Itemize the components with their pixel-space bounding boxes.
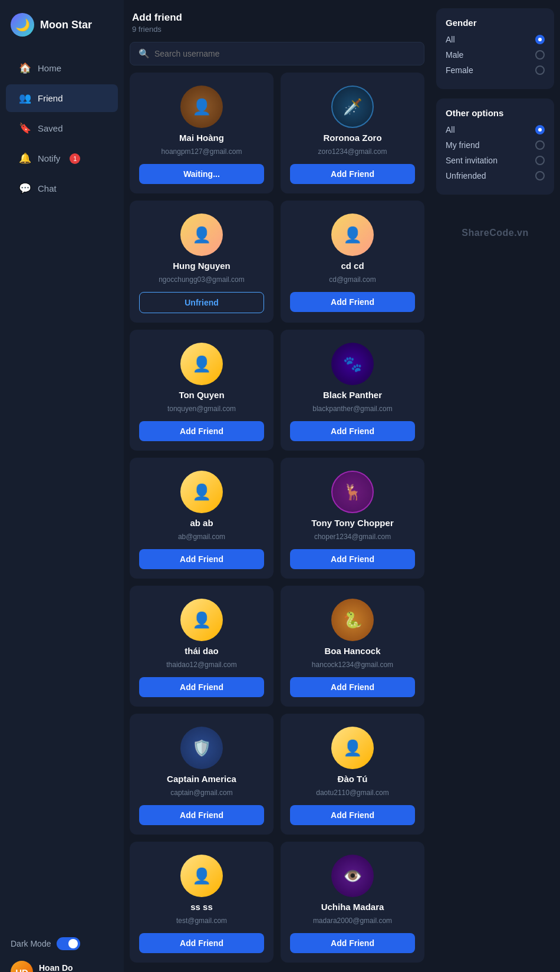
friend-name: Mai Hoàng xyxy=(179,133,224,143)
friend-name: Ton Quyen xyxy=(179,390,224,400)
friend-card: 👤 Hung Nguyen ngocchungg03@gmail.com Unf… xyxy=(130,201,274,323)
gender-female[interactable]: Female xyxy=(446,65,545,75)
toggle-knob xyxy=(68,939,78,948)
dark-mode-label: Dark Mode xyxy=(11,939,51,948)
avatar-icon: 👤 xyxy=(343,226,362,244)
nav-menu: 🏠 Home 👥 Friend 🔖 Saved 🔔 Notify 1 💬 Cha… xyxy=(0,53,124,203)
friend-name: Uchiha Madara xyxy=(321,902,384,912)
friend-email: madara2000@gmail.com xyxy=(313,917,392,925)
sidebar-item-label: Notify xyxy=(38,153,60,163)
avatar-icon: 👤 xyxy=(192,355,211,373)
unfriend-button[interactable]: Unfriend xyxy=(139,292,264,313)
friend-email: blackpanther@gmail.com xyxy=(312,405,393,413)
avatar-icon: 👤 xyxy=(192,867,211,885)
friend-card: 🐍 Boa Hancock hancock1234@gmail.com Add … xyxy=(281,586,424,707)
avatar-icon: 👤 xyxy=(192,611,211,629)
friend-name: Black Panther xyxy=(323,390,382,400)
friend-card: 🦌 Tony Tony Chopper choper1234@gmail.com… xyxy=(281,458,424,579)
friend-email: zoro1234@gmail.com xyxy=(318,147,387,156)
logo-title: Moon Star xyxy=(40,19,92,31)
gender-male[interactable]: Male xyxy=(446,50,545,60)
other-unfriended[interactable]: Unfriended xyxy=(446,171,545,180)
friend-name: Roronoa Zoro xyxy=(323,133,381,143)
friend-card: 👁️ Uchiha Madara madara2000@gmail.com Ad… xyxy=(281,842,424,963)
user-info: Hoan Do hoan@gmail.com xyxy=(39,963,98,972)
logo-icon: 🌙 xyxy=(11,13,34,37)
sidebar-bottom: Dark Mode HD Hoan Do hoan@gmail.com ··· xyxy=(0,927,124,972)
add-button[interactable]: Add Friend xyxy=(290,164,415,184)
friend-email: ngocchungg03@gmail.com xyxy=(159,275,245,284)
add-button[interactable]: Add Friend xyxy=(290,677,415,697)
avatar-icon: 🐍 xyxy=(343,611,362,629)
dark-mode-toggle[interactable] xyxy=(57,937,80,950)
friend-email: hancock1234@gmail.com xyxy=(312,661,393,669)
other-myfriend[interactable]: My friend xyxy=(446,140,545,150)
avatar-icon: 👤 xyxy=(192,483,211,501)
other-myfriend-label: My friend xyxy=(446,140,480,150)
add-button[interactable]: Add Friend xyxy=(290,292,415,312)
sidebar-item-chat[interactable]: 💬 Chat xyxy=(6,175,118,202)
gender-female-radio xyxy=(535,65,545,75)
add-button[interactable]: Add Friend xyxy=(139,677,264,697)
friend-card: 👤 ab ab ab@gmail.com Add Friend xyxy=(130,458,274,579)
add-button[interactable]: Add Friend xyxy=(139,933,264,953)
other-all-label: All xyxy=(446,125,455,134)
friend-email: thaidao12@gmail.com xyxy=(166,661,237,669)
avatar-icon: 👁️ xyxy=(343,867,362,885)
chat-icon: 💬 xyxy=(19,182,31,195)
gender-title: Gender xyxy=(446,18,545,28)
avatar: 🛡️ xyxy=(180,727,223,769)
sidebar-item-friend[interactable]: 👥 Friend xyxy=(6,84,118,112)
sidebar-item-home[interactable]: 🏠 Home xyxy=(6,54,118,82)
add-button[interactable]: Add Friend xyxy=(139,549,264,569)
add-button[interactable]: Add Friend xyxy=(290,421,415,441)
avatar: HD xyxy=(11,961,33,972)
gender-all-radio xyxy=(535,35,545,44)
add-button[interactable]: Add Friend xyxy=(290,549,415,569)
add-button[interactable]: Add Friend xyxy=(290,805,415,825)
friend-email: tonquyen@gmail.com xyxy=(167,405,236,413)
add-button[interactable]: Add Friend xyxy=(139,805,264,825)
friend-email: cd@gmail.com xyxy=(329,275,376,284)
friend-card: 👤 Đào Tú daotu2110@gmail.com Add Friend xyxy=(281,714,424,835)
add-button[interactable]: Add Friend xyxy=(139,421,264,441)
friend-card: 👤 cd cd cd@gmail.com Add Friend xyxy=(281,201,424,323)
waiting-button[interactable]: Waiting... xyxy=(139,164,264,184)
friend-card: 🐾 Black Panther blackpanther@gmail.com A… xyxy=(281,330,424,451)
friend-email: test@gmail.com xyxy=(176,917,227,925)
friend-card: 👤 Ton Quyen tonquyen@gmail.com Add Frien… xyxy=(130,330,274,451)
other-title: Other options xyxy=(446,108,545,118)
gender-filter-card: Gender All Male Female xyxy=(436,8,554,89)
panel-header: Add friend 9 friends xyxy=(130,6,424,37)
search-input[interactable] xyxy=(154,49,416,58)
friend-card: 👤 Mai Hoàng hoangpm127@gmail.com Waiting… xyxy=(130,73,274,193)
page-title: Add friend xyxy=(132,12,422,24)
sharecode-watermark: ShareCode.vn xyxy=(436,228,554,238)
friend-email: hoangpm127@gmail.com xyxy=(162,147,242,156)
sidebar-item-label: Home xyxy=(38,63,61,73)
dark-mode-row: Dark Mode xyxy=(11,937,113,950)
other-all[interactable]: All xyxy=(446,125,545,134)
gender-male-radio xyxy=(535,50,545,60)
add-button[interactable]: Add Friend xyxy=(290,933,415,953)
other-sent[interactable]: Sent invitation xyxy=(446,156,545,165)
gender-all[interactable]: All xyxy=(446,35,545,44)
friend-name: Đào Tú xyxy=(338,774,368,784)
sidebar-item-label: Friend xyxy=(38,93,63,103)
saved-icon: 🔖 xyxy=(19,122,31,134)
sidebar-item-notify[interactable]: 🔔 Notify 1 xyxy=(6,145,118,172)
friend-name: ss ss xyxy=(190,902,213,912)
friend-card: 🗡️ Roronoa Zoro zoro1234@gmail.com Add F… xyxy=(281,73,424,193)
friend-card: 👤 thái dao thaidao12@gmail.com Add Frien… xyxy=(130,586,274,707)
user-more-icon[interactable]: ··· xyxy=(104,966,113,973)
notify-badge: 1 xyxy=(70,153,80,164)
user-name: Hoan Do xyxy=(39,963,98,972)
friend-email: daotu2110@gmail.com xyxy=(316,789,389,797)
sidebar-logo: 🌙 Moon Star xyxy=(0,0,124,47)
friend-name: cd cd xyxy=(341,261,364,271)
avatar: 👤 xyxy=(331,214,374,256)
sidebar-item-saved[interactable]: 🔖 Saved xyxy=(6,114,118,142)
sidebar-item-label: Chat xyxy=(38,183,57,193)
friends-grid: 👤 Mai Hoàng hoangpm127@gmail.com Waiting… xyxy=(130,73,424,972)
other-myfriend-radio xyxy=(535,140,545,150)
